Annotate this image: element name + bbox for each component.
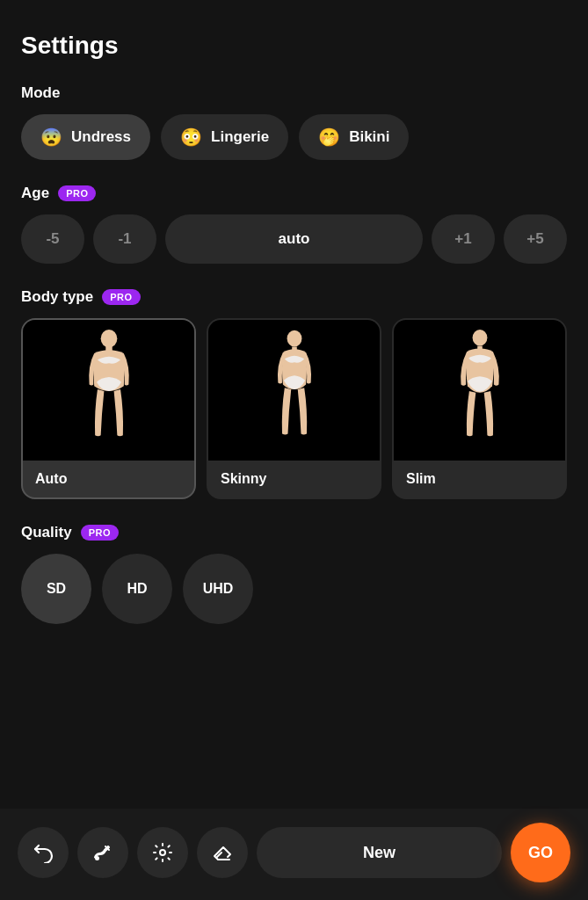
- age-label-row: Age PRO: [21, 185, 567, 202]
- page-title: Settings: [21, 32, 567, 60]
- lingerie-label: Lingerie: [211, 128, 269, 146]
- mode-lingerie-button[interactable]: 😳 Lingerie: [161, 114, 288, 160]
- bodytype-auto-image: [23, 320, 194, 461]
- svg-point-2: [287, 330, 301, 347]
- age-options: -5 -1 auto +1 +5: [21, 214, 567, 264]
- quality-options: SD HD UHD: [21, 554, 567, 624]
- age-plus5-button[interactable]: +5: [504, 214, 567, 264]
- lingerie-emoji: 😳: [180, 127, 202, 148]
- brush-button[interactable]: [77, 827, 128, 878]
- mode-undress-button[interactable]: 😨 Undress: [21, 114, 150, 160]
- mode-label: Mode: [21, 84, 567, 102]
- go-button[interactable]: GO: [511, 823, 570, 882]
- quality-pro-badge: PRO: [81, 525, 119, 541]
- bodytype-pro-badge: PRO: [102, 289, 140, 305]
- quality-uhd-button[interactable]: UHD: [183, 554, 253, 624]
- bodytype-options: Auto Skinny: [21, 318, 567, 499]
- svg-point-7: [160, 850, 165, 855]
- bodytype-skinny-image: [208, 320, 380, 461]
- bodytype-auto-card[interactable]: Auto: [21, 318, 196, 499]
- age-minus1-button[interactable]: -1: [93, 214, 156, 264]
- bodytype-auto-name: Auto: [23, 461, 194, 497]
- go-label: GO: [528, 844, 553, 862]
- bodytype-label: Body type: [21, 288, 93, 306]
- age-label: Age: [21, 185, 49, 202]
- bodytype-slim-image: [394, 320, 565, 461]
- age-minus5-button[interactable]: -5: [21, 214, 84, 264]
- undress-label: Undress: [71, 128, 131, 146]
- bodytype-section: Body type PRO: [21, 288, 567, 499]
- new-button[interactable]: New: [257, 827, 502, 878]
- settings-button[interactable]: [137, 827, 188, 878]
- undo-button[interactable]: [18, 827, 69, 878]
- bodytype-slim-card[interactable]: Slim: [392, 318, 567, 499]
- undress-emoji: 😨: [40, 127, 62, 148]
- settings-page: Settings Mode 😨 Undress 😳 Lingerie 🤭 Bik…: [0, 0, 588, 754]
- bodytype-slim-name: Slim: [394, 461, 565, 497]
- age-auto-button[interactable]: auto: [165, 214, 423, 264]
- eraser-button[interactable]: [197, 827, 248, 878]
- brush-icon: [92, 842, 113, 863]
- quality-sd-button[interactable]: SD: [21, 554, 91, 624]
- svg-point-4: [472, 330, 487, 346]
- age-pro-badge: PRO: [58, 185, 96, 201]
- bodytype-skinny-name: Skinny: [208, 461, 380, 497]
- eraser-icon: [212, 842, 233, 863]
- quality-label: Quality: [21, 524, 72, 541]
- svg-point-0: [100, 330, 117, 348]
- gear-icon: [152, 842, 173, 863]
- age-section: Age PRO -5 -1 auto +1 +5: [21, 185, 567, 264]
- bottom-spacer: [21, 649, 567, 737]
- age-plus1-button[interactable]: +1: [432, 214, 495, 264]
- undo-icon: [33, 842, 54, 863]
- quality-section: Quality PRO SD HD UHD: [21, 524, 567, 624]
- bikini-label: Bikini: [349, 128, 389, 146]
- quality-label-row: Quality PRO: [21, 524, 567, 541]
- mode-bikini-button[interactable]: 🤭 Bikini: [299, 114, 409, 160]
- mode-options: 😨 Undress 😳 Lingerie 🤭 Bikini: [21, 114, 567, 160]
- new-label: New: [363, 844, 396, 862]
- bikini-emoji: 🤭: [318, 127, 340, 148]
- bodytype-label-row: Body type PRO: [21, 288, 567, 306]
- bodytype-skinny-card[interactable]: Skinny: [207, 318, 381, 499]
- quality-hd-button[interactable]: HD: [102, 554, 172, 624]
- bottom-toolbar: New GO: [0, 809, 588, 900]
- svg-point-6: [95, 856, 99, 860]
